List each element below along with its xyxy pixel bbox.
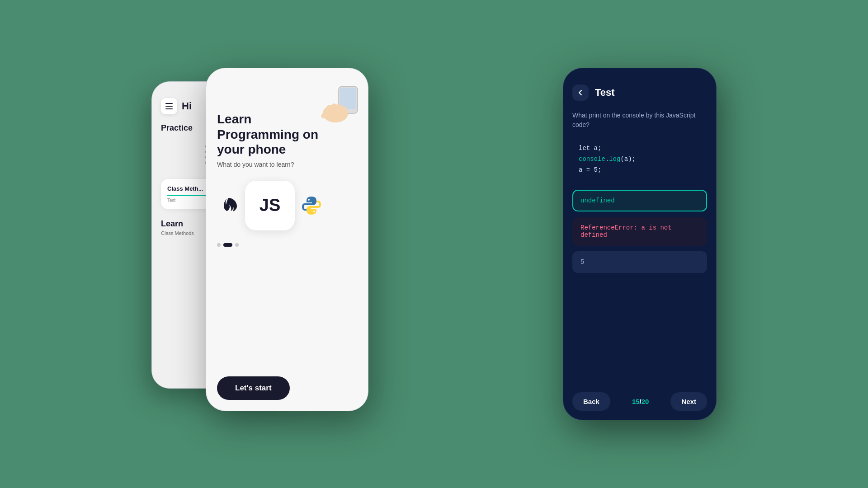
lets-start-button[interactable]: Let's start	[217, 376, 290, 400]
python-icon[interactable]	[300, 194, 323, 217]
swift-icon[interactable]	[217, 194, 240, 217]
answer-option-1[interactable]: undefined	[572, 190, 707, 211]
svg-rect-15	[340, 88, 356, 109]
dot-1	[217, 243, 221, 247]
side-buttons-right	[368, 150, 368, 175]
test-title: Test	[595, 87, 615, 99]
question-text: What print on the console by this JavaSc…	[572, 111, 707, 130]
hand-illustration	[314, 82, 363, 127]
answer-2-line1: ReferenceError: a is not	[580, 224, 699, 231]
phone-group-left: Hi Practice	[151, 68, 368, 420]
side-btn-3	[151, 194, 152, 219]
sub-text: What do you want to learn?	[217, 161, 357, 168]
side-btn-2	[151, 164, 152, 189]
js-card[interactable]: JS	[245, 181, 295, 230]
greeting-text: Hi	[182, 100, 192, 112]
code-dot: .	[605, 155, 609, 163]
answer-option-2[interactable]: ReferenceError: a is not defined	[572, 217, 707, 246]
test-side-buttons	[716, 150, 717, 175]
progress-indicator: 15/20	[632, 398, 649, 405]
answer-3-text: 5	[580, 258, 584, 266]
svg-rect-19	[337, 104, 342, 118]
back-circle-button[interactable]	[572, 84, 589, 101]
back-button[interactable]: Back	[572, 392, 610, 411]
next-button[interactable]: Next	[670, 392, 707, 411]
test-header: Test	[572, 84, 707, 101]
code-line1: let a;	[579, 145, 601, 152]
side-buttons-left	[151, 145, 152, 219]
progress-total: 20	[642, 398, 649, 405]
answer-2-line2: defined	[580, 231, 699, 239]
answer-1-text: undefined	[580, 197, 615, 204]
dots-indicator	[217, 243, 357, 247]
code-line3: a = 5;	[579, 166, 601, 174]
code-block: let a; console.log(a); a = 5;	[572, 138, 707, 181]
svg-rect-18	[332, 103, 336, 118]
dot-3	[235, 243, 239, 247]
phone-front: Learn Programming on your phone What do …	[206, 68, 368, 411]
side-btn-1	[151, 145, 152, 160]
code-paren: (a);	[620, 155, 636, 163]
progress-current: 15	[632, 398, 640, 405]
code-log: log	[609, 155, 620, 163]
answer-option-3[interactable]: 5	[572, 251, 707, 273]
phone-test: Test What print on the console by this J…	[563, 68, 717, 420]
phone-test-wrapper: Test What print on the console by this J…	[563, 68, 717, 420]
scene: Hi Practice	[0, 0, 868, 488]
code-console: console	[579, 155, 605, 163]
dot-2	[223, 243, 232, 247]
test-power-btn	[716, 150, 717, 175]
power-btn	[368, 150, 368, 175]
svg-rect-20	[343, 107, 346, 117]
hamburger-icon[interactable]	[161, 98, 177, 114]
js-label: JS	[259, 196, 280, 215]
test-footer: Back 15/20 Next	[572, 392, 707, 411]
lang-cards: JS	[217, 181, 357, 230]
